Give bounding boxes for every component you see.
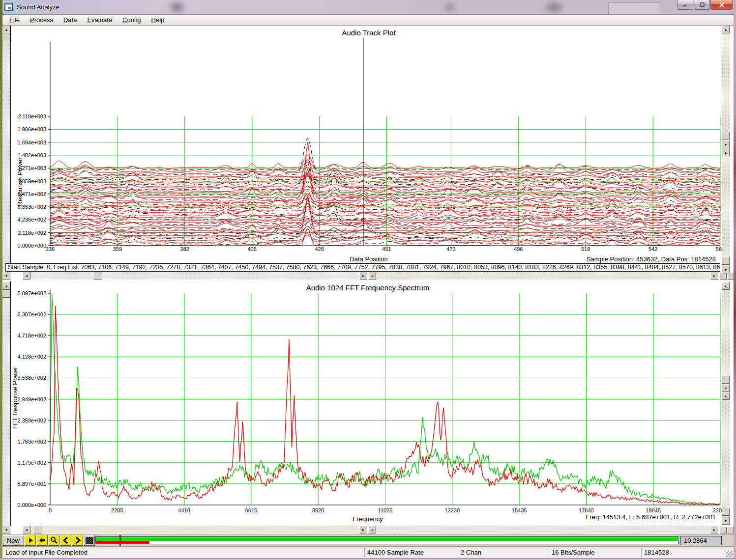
y-tick-label: 1.482e+003: [18, 152, 46, 158]
horizontal-scrollbar-track[interactable]: [376, 526, 710, 533]
back-arrow-icon: [38, 536, 46, 544]
application-window: Sound Analyze FileProcessDataEvaluateCon…: [0, 0, 736, 560]
menu-item-help[interactable]: Help: [149, 16, 167, 24]
y-tick-label: 0.000e+000: [18, 502, 46, 508]
scroll-up-button[interactable]: ▲: [2, 26, 10, 33]
scroll-down-button[interactable]: ▼: [2, 526, 10, 533]
vertical-scrollbar-track[interactable]: [722, 33, 730, 140]
scroll-down-button[interactable]: ▼: [722, 517, 730, 525]
samples-field: 1814528: [641, 548, 728, 557]
background-window-edge: [608, 2, 659, 15]
titlebar-reflection: [542, 0, 566, 15]
fft-canvas[interactable]: 0220544106615882011025132301543517640198…: [0, 281, 736, 525]
scroll-left-button[interactable]: ◄: [23, 526, 30, 533]
prev-button[interactable]: [60, 535, 71, 546]
scroll-up-button[interactable]: ▲: [722, 282, 730, 290]
horizontal-scrollbar-track[interactable]: [376, 272, 710, 280]
pane-corner-button[interactable]: [727, 273, 734, 280]
window-border-bottom: [0, 558, 736, 560]
waterfall-trace: [50, 142, 720, 192]
playback-progress-bar[interactable]: [95, 536, 678, 544]
vertical-scrollbar-track[interactable]: [2, 290, 10, 526]
scroll-down-button[interactable]: ▼: [722, 384, 730, 392]
scroll-up-button[interactable]: ▲: [722, 392, 730, 400]
horizontal-scrollbar-thumb[interactable]: [33, 526, 42, 533]
scroll-up-button[interactable]: ▲: [722, 148, 730, 156]
title-bar[interactable]: Sound Analyze: [0, 0, 736, 15]
menu-item-config[interactable]: Config: [120, 16, 144, 24]
x-tick-label: 11025: [378, 507, 393, 513]
resize-grip[interactable]: [726, 551, 733, 558]
waterfall-trace: [50, 161, 720, 169]
menu-item-evaluate[interactable]: Evaluate: [85, 16, 115, 24]
y-tick-label: 4.236e+002: [18, 217, 46, 223]
x-tick-label: 17640: [579, 507, 594, 513]
magnifier-icon: [50, 536, 58, 544]
scroll-down-button[interactable]: ▼: [722, 140, 730, 148]
close-button[interactable]: [710, 0, 733, 10]
toolbar: New 10.2864: [2, 534, 734, 546]
minimize-button[interactable]: [677, 0, 693, 10]
axis-lines: [50, 42, 720, 246]
vertical-scrollbar-thumb[interactable]: [2, 33, 10, 41]
menu-item-file[interactable]: File: [7, 16, 22, 24]
vertical-scrollbar-thumb[interactable]: [2, 290, 10, 298]
menu-bar: FileProcessDataEvaluateConfigHelp: [2, 15, 734, 26]
scroll-right-button[interactable]: ►: [710, 272, 718, 280]
next-button[interactable]: [72, 535, 83, 546]
pattern-button[interactable]: [84, 535, 95, 546]
horizontal-scrollbar-track[interactable]: [30, 526, 359, 533]
x-tick-label: 0: [49, 507, 52, 513]
scroll-up-button[interactable]: ▲: [722, 26, 730, 33]
x-tick-label: 336: [46, 246, 55, 252]
menu-item-data[interactable]: Data: [61, 16, 79, 24]
vertical-scrollbar-thumb[interactable]: [722, 132, 730, 140]
vertical-scrollbar-track[interactable]: [722, 156, 730, 266]
x-tick-label: 2205: [111, 507, 123, 513]
x-tick-label: 451: [382, 246, 391, 252]
track-plot-pane: 3363593824054284514734965195425650.000e+…: [2, 26, 734, 281]
window-title: Sound Analyze: [17, 3, 59, 11]
scroll-left-button[interactable]: ◄: [368, 526, 376, 533]
vertical-scrollbar-track[interactable]: [2, 33, 10, 272]
y-axis-label: FFT Response Power: [11, 366, 19, 429]
position-value-field[interactable]: 10.2864: [680, 536, 722, 545]
new-button[interactable]: New: [2, 535, 24, 546]
x-tick-label: 519: [581, 246, 590, 252]
menu-item-process[interactable]: Process: [28, 16, 56, 24]
vertical-scrollbar-thumb[interactable]: [722, 508, 730, 516]
maximize-button[interactable]: [694, 0, 710, 10]
scroll-left-button[interactable]: ◄: [368, 272, 376, 280]
x-tick-label: 13230: [445, 507, 460, 513]
window-border-right: [734, 0, 736, 560]
scroll-right-button[interactable]: ►: [710, 526, 718, 533]
play-button[interactable]: [25, 535, 36, 546]
vertical-scrollbar-thumb[interactable]: [722, 257, 730, 265]
vertical-scrollbar-track[interactable]: [722, 400, 730, 517]
scroll-right-button[interactable]: ►: [359, 272, 367, 280]
status-message: Load of Input File Completed: [5, 549, 88, 556]
y-tick-label: 1.769e+002: [18, 439, 46, 445]
waterfall-trace: [50, 172, 720, 182]
track-plot-canvas[interactable]: 3363593824054284514734965195425650.000e+…: [0, 26, 736, 262]
scroll-down-button[interactable]: ▼: [2, 272, 10, 280]
zoom-button[interactable]: [48, 535, 59, 546]
close-icon: [719, 2, 725, 7]
scroll-right-button[interactable]: ►: [359, 526, 367, 533]
app-icon-detail: [8, 7, 11, 9]
minimize-icon: [682, 2, 688, 7]
waterfall-trace: [50, 194, 720, 203]
pane-corner-button[interactable]: [727, 527, 734, 533]
horizontal-scrollbar-track[interactable]: [30, 272, 359, 280]
chevron-right-icon: [74, 536, 82, 544]
scroll-up-button[interactable]: ▲: [2, 282, 10, 290]
progress-marker[interactable]: [119, 535, 121, 546]
scroll-left-button[interactable]: ◄: [23, 272, 30, 280]
app-icon: [4, 3, 13, 11]
vertical-scrollbar-track[interactable]: [722, 290, 730, 384]
back-arrow-button[interactable]: [36, 535, 48, 546]
pane-corner-button[interactable]: [720, 273, 727, 280]
pane-corner-button[interactable]: [720, 527, 727, 533]
vertical-scrollbar-thumb[interactable]: [722, 376, 730, 384]
horizontal-scrollbar-thumb[interactable]: [93, 272, 102, 280]
